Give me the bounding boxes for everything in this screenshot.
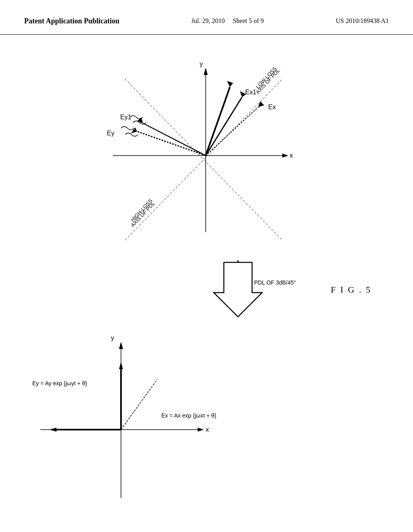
svg-marker-1 bbox=[282, 154, 288, 158]
figure-label: F I G . 5 bbox=[331, 285, 371, 295]
svg-line-6 bbox=[137, 131, 206, 156]
svg-line-26 bbox=[121, 379, 157, 430]
svg-marker-11 bbox=[258, 101, 264, 107]
header-center: Jul. 29, 2010 Sheet 5 of 9 bbox=[191, 16, 264, 26]
patent-number: US 2010/189438 A1 bbox=[336, 16, 389, 26]
ex1-label: Ex1 bbox=[245, 89, 257, 96]
sheet-info: Sheet 5 of 9 bbox=[233, 17, 264, 24]
pdl-label: PDL OF 3dB/45° bbox=[254, 279, 296, 286]
ex-formula: Ex = Ax exp {jωxt + θ} bbox=[161, 412, 217, 419]
svg-marker-25 bbox=[49, 428, 56, 432]
ey-formula: Ey = Ay exp {jωyt + θ} bbox=[32, 380, 87, 387]
top-y-label: y bbox=[200, 60, 203, 67]
page-header: Patent Application Publication Jul. 29, … bbox=[0, 0, 413, 35]
ex-label: Ex bbox=[268, 104, 276, 110]
bottom-y-label: y bbox=[111, 335, 114, 341]
bottom-x-label: x bbox=[206, 426, 209, 433]
top-x-label: x bbox=[290, 152, 293, 159]
svg-marker-19 bbox=[198, 428, 204, 432]
figure-area: LOW-LOSS AXIS OF PDL HIGH-LOSS AXIS OF P… bbox=[0, 35, 413, 518]
publication-date: Jul. 29, 2010 bbox=[191, 17, 225, 24]
svg-marker-15 bbox=[227, 81, 233, 87]
svg-marker-7 bbox=[131, 127, 137, 133]
svg-marker-3 bbox=[204, 68, 208, 75]
svg-marker-21 bbox=[119, 342, 123, 349]
svg-marker-17 bbox=[214, 262, 262, 317]
ey-label: Ey bbox=[107, 130, 115, 137]
svg-line-8 bbox=[143, 123, 206, 156]
figure-5-svg: LOW-LOSS AXIS OF PDL HIGH-LOSS AXIS OF P… bbox=[0, 35, 413, 518]
publication-title: Patent Application Publication bbox=[24, 16, 119, 26]
svg-marker-9 bbox=[137, 117, 143, 123]
svg-marker-23 bbox=[119, 362, 123, 369]
